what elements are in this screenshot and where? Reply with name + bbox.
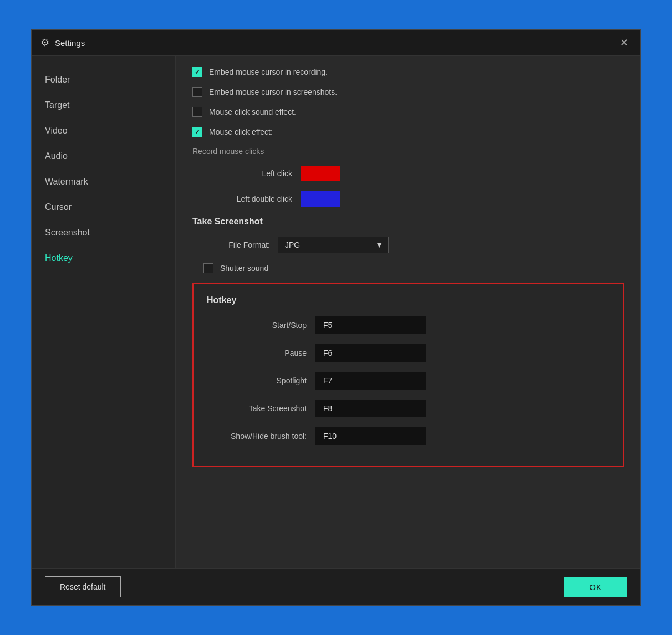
- file-format-label: File Format:: [203, 240, 270, 249]
- left-double-click-row: Left double click: [192, 191, 624, 207]
- shutter-sound-row: Shutter sound: [192, 263, 624, 273]
- checkbox-embed-recording[interactable]: ✓: [192, 67, 202, 77]
- checkbox-label-click-effect: Mouse click effect:: [209, 127, 273, 136]
- checkmark-icon: ✓: [195, 68, 200, 76]
- sidebar-item-cursor[interactable]: Cursor: [32, 194, 175, 220]
- hotkey-row-take-screenshot: Take Screenshot: [207, 400, 609, 417]
- checkbox-shutter-sound[interactable]: [203, 263, 213, 273]
- checkbox-embed-screenshots[interactable]: [192, 87, 202, 97]
- left-click-color-swatch[interactable]: [301, 166, 340, 181]
- shutter-sound-label: Shutter sound: [220, 264, 268, 273]
- hotkey-label-spotlight: Spotlight: [207, 376, 307, 385]
- hotkey-label-start-stop: Start/Stop: [207, 321, 307, 330]
- checkbox-row-click-sound: Mouse click sound effect.: [192, 107, 624, 117]
- checkbox-row-embed-screenshots: Embed mouse cursor in screenshots.: [192, 87, 624, 97]
- sidebar-item-watermark[interactable]: Watermark: [32, 169, 175, 194]
- hotkey-input-spotlight[interactable]: [315, 372, 426, 390]
- left-double-click-label: Left double click: [203, 194, 292, 203]
- left-click-row: Left click: [192, 166, 624, 181]
- sidebar-item-hotkey[interactable]: Hotkey: [32, 245, 175, 271]
- file-format-select-wrapper: JPG PNG BMP ▼: [278, 237, 389, 253]
- checkmark-icon-2: ✓: [195, 128, 200, 136]
- hotkey-row-start-stop: Start/Stop: [207, 316, 609, 334]
- left-double-click-color-swatch[interactable]: [301, 191, 340, 207]
- hotkey-label-take-screenshot: Take Screenshot: [207, 404, 307, 413]
- file-format-row: File Format: JPG PNG BMP ▼: [192, 237, 624, 253]
- hotkey-label-pause: Pause: [207, 349, 307, 357]
- reset-default-button[interactable]: Reset default: [45, 576, 121, 597]
- checkbox-row-embed-recording: ✓ Embed mouse cursor in recording.: [192, 67, 624, 77]
- hotkey-input-pause[interactable]: [315, 344, 426, 362]
- take-screenshot-heading: Take Screenshot: [192, 217, 624, 227]
- window-title: Settings: [55, 38, 617, 48]
- checkbox-click-sound[interactable]: [192, 107, 202, 117]
- hotkey-input-take-screenshot[interactable]: [315, 400, 426, 417]
- hotkey-row-pause: Pause: [207, 344, 609, 362]
- sidebar-item-screenshot[interactable]: Screenshot: [32, 220, 175, 245]
- record-mouse-clicks-label: Record mouse clicks: [192, 147, 624, 156]
- sidebar: Folder Target Video Audio Watermark Curs…: [32, 56, 176, 568]
- bottom-bar: Reset default OK: [32, 568, 640, 605]
- hotkey-row-spotlight: Spotlight: [207, 372, 609, 390]
- checkbox-click-effect[interactable]: ✓: [192, 127, 202, 137]
- checkbox-label-click-sound: Mouse click sound effect.: [209, 107, 296, 116]
- ok-button[interactable]: OK: [564, 577, 627, 597]
- hotkey-input-start-stop[interactable]: [315, 316, 426, 334]
- sidebar-item-folder[interactable]: Folder: [32, 67, 175, 93]
- hotkey-input-brush-tool[interactable]: [315, 427, 426, 445]
- main-content: Folder Target Video Audio Watermark Curs…: [32, 56, 640, 568]
- file-format-select[interactable]: JPG PNG BMP: [278, 237, 389, 253]
- close-button[interactable]: ✕: [617, 35, 632, 50]
- title-bar: ⚙ Settings ✕: [32, 30, 640, 56]
- checkbox-row-click-effect: ✓ Mouse click effect:: [192, 127, 624, 137]
- sidebar-item-video[interactable]: Video: [32, 118, 175, 144]
- settings-icon: ⚙: [40, 37, 49, 49]
- sidebar-item-target[interactable]: Target: [32, 93, 175, 118]
- left-click-label: Left click: [203, 169, 292, 178]
- checkbox-label-embed-screenshots: Embed mouse cursor in screenshots.: [209, 88, 337, 96]
- hotkey-title: Hotkey: [207, 295, 609, 305]
- content-panel: ✓ Embed mouse cursor in recording. Embed…: [176, 56, 640, 568]
- hotkey-section: Hotkey Start/Stop Pause Spotlight: [192, 283, 624, 467]
- settings-window: ⚙ Settings ✕ Folder Target Video Audio W…: [31, 29, 641, 606]
- checkbox-label-embed-recording: Embed mouse cursor in recording.: [209, 68, 328, 76]
- hotkey-row-brush-tool: Show/Hide brush tool:: [207, 427, 609, 445]
- sidebar-item-audio[interactable]: Audio: [32, 144, 175, 169]
- hotkey-label-brush-tool: Show/Hide brush tool:: [207, 432, 307, 441]
